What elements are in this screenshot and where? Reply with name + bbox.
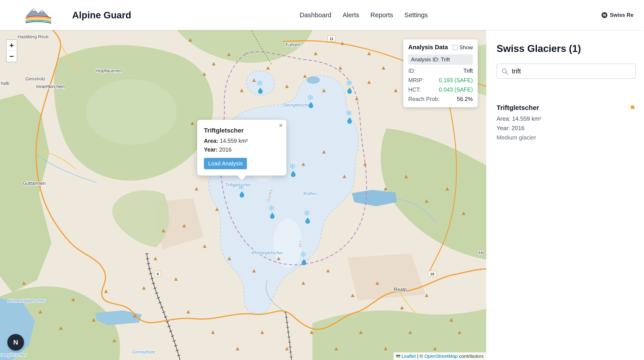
map-label-steingletscher: Steingletscher <box>283 102 312 107</box>
leaflet-link[interactable]: Leaflet <box>402 354 416 359</box>
brand-swissre: Swiss Re <box>602 0 634 30</box>
map[interactable]: 11 6 19 Hasliberg Reuti Fuhren Hopflauen… <box>0 30 486 360</box>
glacier-name: Triftgletscher <box>496 104 636 111</box>
svg-text:❄: ❄ <box>256 78 263 88</box>
zoom-in-button[interactable]: + <box>6 40 17 51</box>
search-box <box>496 64 636 79</box>
analysis-row-id: ID: Trift <box>408 68 473 74</box>
compass-button[interactable]: N <box>8 334 24 351</box>
zoom-control: + − <box>6 39 17 62</box>
svg-text:❄: ❄ <box>289 162 296 171</box>
road-badge-6: 6 <box>157 272 159 276</box>
map-label-innertkirchen: Innertkirchen <box>36 84 64 89</box>
app-header: Alpine Guard Dashboard Alerts Reports Se… <box>0 0 644 30</box>
brand-label: Swiss Re <box>610 12 634 18</box>
svg-text:❄: ❄ <box>345 108 352 118</box>
glacier-year: Year: 2016 <box>496 125 636 132</box>
osm-link[interactable]: OpenStreetMap <box>424 354 458 359</box>
map-label-huhnertalgletscher: Huhnertalgletscher <box>8 298 46 303</box>
analysis-show-checkbox[interactable] <box>453 45 458 50</box>
nav-dashboard[interactable]: Dashboard <box>300 11 332 19</box>
glacier-list-item[interactable]: Triftgletscher Area: 14.559 km² Year: 20… <box>496 104 636 141</box>
map-label-grimselsee: Grimselsee <box>132 350 155 355</box>
popup-close-button[interactable]: × <box>279 122 283 129</box>
search-icon <box>502 68 509 75</box>
sidebar: Swiss Glaciers (1) Triftgletscher Area: … <box>486 30 644 360</box>
svg-text:❄: ❄ <box>268 203 275 213</box>
sidebar-title: Swiss Glaciers (1) <box>496 43 636 54</box>
glacier-area: Area: 14.559 km² <box>496 115 636 122</box>
analysis-subheader: Analysis ID: Trift <box>408 54 473 65</box>
analysis-show-label: Show <box>459 44 473 51</box>
svg-text:❄: ❄ <box>345 78 352 88</box>
svg-text:❄: ❄ <box>307 93 314 102</box>
attribution: Leaflet | © OpenStreetMap contributors <box>394 353 486 360</box>
zoom-out-button[interactable]: − <box>6 51 17 62</box>
analysis-panel: Analysis Data Show Analysis ID: Trift ID… <box>403 39 478 107</box>
analysis-row-hct: HCT: 0.043 (SAFE) <box>408 86 473 93</box>
nav-reports[interactable]: Reports <box>370 11 393 19</box>
map-label-geissholz: Geissholz <box>26 76 46 81</box>
road-badge-19: 19 <box>430 272 434 276</box>
popup-title: Triftgletscher <box>204 127 280 134</box>
glacier-status-dot <box>630 105 634 109</box>
map-label-raargletscher: raargletscher <box>0 353 27 357</box>
popup-year: Year: 2016 <box>204 146 280 153</box>
map-label-hasliberg: Hasliberg Reuti <box>18 34 48 39</box>
map-label-realp: Realp <box>394 287 407 292</box>
map-label-rotfirn: Rotfirn <box>304 191 316 196</box>
map-label-guttannen: Guttannen <box>23 180 46 186</box>
map-label-halb: halb <box>1 81 10 86</box>
svg-text:❄: ❄ <box>238 182 245 192</box>
leaflet-flag-icon <box>396 355 400 358</box>
svg-text:❄: ❄ <box>300 250 307 259</box>
map-label-uri: Uri <box>298 240 303 247</box>
analysis-row-mrip: MRIP: 0.193 (SAFE) <box>408 77 473 83</box>
nav-alerts[interactable]: Alerts <box>342 11 359 19</box>
popup-area: Area: 14.559 km² <box>204 138 280 144</box>
main-nav: Dashboard Alerts Reports Settings <box>300 0 428 30</box>
swissre-icon <box>602 12 608 18</box>
map-label-ho: Ho <box>479 250 485 255</box>
load-analysis-button[interactable]: Load Analysis <box>204 158 247 169</box>
app-logo <box>22 6 54 24</box>
search-input[interactable] <box>512 64 633 78</box>
app-title: Alpine Guard <box>72 10 131 20</box>
nav-settings[interactable]: Settings <box>404 11 428 19</box>
analysis-title: Analysis Data <box>408 44 448 51</box>
glacier-popup: × Triftgletscher Area: 14.559 km² Year: … <box>197 120 286 176</box>
analysis-row-reach: Reach Prob: 56.2% <box>408 96 473 102</box>
svg-text:❄: ❄ <box>304 208 310 218</box>
road-badge-11: 11 <box>330 37 334 41</box>
map-label-hopflauenen: Hopflauenen <box>96 68 122 73</box>
map-label-fuhren: Fuhren <box>286 42 300 47</box>
glacier-size: Medium glacier <box>496 134 636 141</box>
map-label-rhonegletscher: Rhonegletscher <box>252 250 284 255</box>
